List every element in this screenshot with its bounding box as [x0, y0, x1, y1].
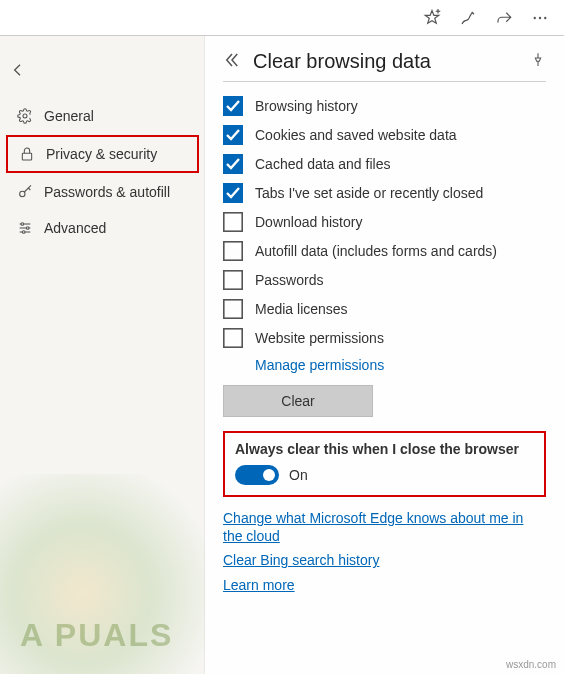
sidebar-item-general[interactable]: General: [6, 99, 199, 133]
svg-rect-20: [224, 271, 242, 289]
svg-point-5: [23, 114, 27, 118]
sidebar-item-label: Privacy & security: [46, 146, 157, 162]
svg-point-12: [26, 227, 29, 230]
checkbox-icon[interactable]: [223, 96, 243, 116]
link-learn-more[interactable]: Learn more: [223, 576, 546, 594]
checkbox-label: Cookies and saved website data: [255, 127, 457, 143]
always-clear-heading: Always clear this when I close the brows…: [235, 441, 534, 457]
link-clear-bing-history[interactable]: Clear Bing search history: [223, 551, 546, 569]
divider: [223, 81, 546, 82]
lock-icon: [18, 145, 36, 163]
svg-point-13: [22, 231, 25, 234]
clear-button[interactable]: Clear: [223, 385, 373, 417]
svg-rect-21: [224, 300, 242, 318]
share-icon[interactable]: [486, 0, 522, 36]
checkbox-label: Tabs I've set aside or recently closed: [255, 185, 483, 201]
sidebar-item-label: General: [44, 108, 94, 124]
checkbox-row[interactable]: Cached data and files: [223, 154, 546, 174]
pin-icon[interactable]: [530, 52, 546, 71]
checkbox-label: Download history: [255, 214, 362, 230]
always-clear-toggle[interactable]: [235, 465, 279, 485]
panel-back-icon[interactable]: [223, 51, 241, 72]
checkbox-label: Media licenses: [255, 301, 348, 317]
favorite-icon[interactable]: [414, 0, 450, 36]
checkbox-icon[interactable]: [223, 270, 243, 290]
back-icon[interactable]: [0, 56, 205, 97]
checkbox-icon[interactable]: [223, 212, 243, 232]
checkbox-row[interactable]: Cookies and saved website data: [223, 125, 546, 145]
top-toolbar: [0, 0, 564, 36]
draw-icon[interactable]: [450, 0, 486, 36]
checkbox-icon[interactable]: [223, 154, 243, 174]
sidebar-item-advanced[interactable]: Advanced: [6, 211, 199, 245]
always-clear-section: Always clear this when I close the brows…: [223, 431, 546, 497]
toggle-state-label: On: [289, 467, 308, 483]
checkbox-label: Website permissions: [255, 330, 384, 346]
checkbox-icon[interactable]: [223, 299, 243, 319]
svg-point-3: [539, 16, 541, 18]
checkbox-label: Cached data and files: [255, 156, 390, 172]
checkbox-icon[interactable]: [223, 183, 243, 203]
settings-sidebar: General Privacy & security Passwords & a…: [0, 36, 205, 674]
key-icon: [16, 183, 34, 201]
manage-permissions-link[interactable]: Manage permissions: [255, 357, 546, 373]
link-change-edge-privacy[interactable]: Change what Microsoft Edge knows about m…: [223, 509, 546, 545]
sliders-icon: [16, 219, 34, 237]
checkbox-label: Passwords: [255, 272, 323, 288]
panel-title: Clear browsing data: [253, 50, 518, 73]
svg-point-11: [21, 223, 24, 226]
svg-rect-18: [224, 213, 242, 231]
checkbox-label: Browsing history: [255, 98, 358, 114]
svg-rect-19: [224, 242, 242, 260]
sidebar-item-privacy-security[interactable]: Privacy & security: [6, 135, 199, 173]
svg-rect-22: [224, 329, 242, 347]
toggle-knob: [263, 469, 275, 481]
more-icon[interactable]: [522, 0, 558, 36]
checkbox-row[interactable]: Download history: [223, 212, 546, 232]
svg-point-2: [534, 16, 536, 18]
checkbox-row[interactable]: Autofill data (includes forms and cards): [223, 241, 546, 261]
checkbox-icon[interactable]: [223, 328, 243, 348]
checkbox-row[interactable]: Passwords: [223, 270, 546, 290]
sidebar-item-passwords-autofill[interactable]: Passwords & autofill: [6, 175, 199, 209]
sidebar-item-label: Advanced: [44, 220, 106, 236]
footer-links: Change what Microsoft Edge knows about m…: [223, 509, 546, 594]
svg-point-4: [544, 16, 546, 18]
checkbox-icon[interactable]: [223, 241, 243, 261]
settings-panel: Clear browsing data Browsing historyCook…: [205, 36, 564, 674]
checkbox-row[interactable]: Media licenses: [223, 299, 546, 319]
svg-rect-6: [22, 153, 31, 160]
gear-icon: [16, 107, 34, 125]
checkbox-row[interactable]: Browsing history: [223, 96, 546, 116]
sidebar-item-label: Passwords & autofill: [44, 184, 170, 200]
svg-point-7: [20, 191, 25, 196]
checkbox-icon[interactable]: [223, 125, 243, 145]
checkbox-row[interactable]: Website permissions: [223, 328, 546, 348]
checkbox-row[interactable]: Tabs I've set aside or recently closed: [223, 183, 546, 203]
checkbox-label: Autofill data (includes forms and cards): [255, 243, 497, 259]
